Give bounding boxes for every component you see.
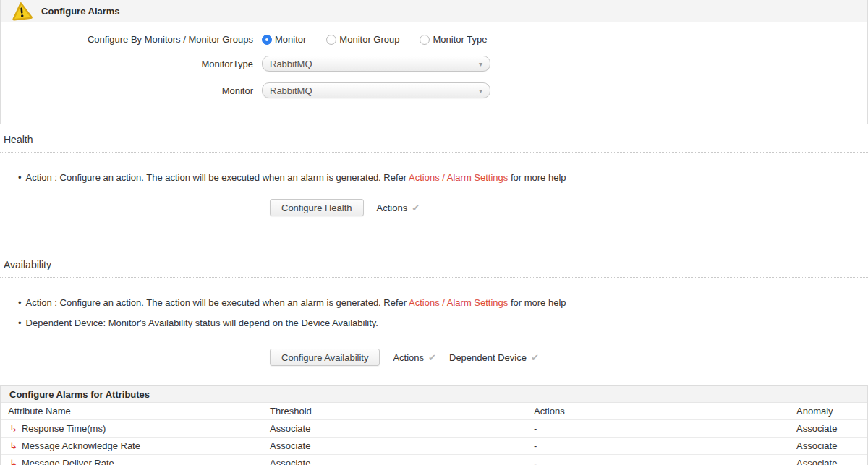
attribute-name-cell: ↳ Message Acknowledge Rate <box>1 440 263 451</box>
radio-monitor-group-label: Monitor Group <box>339 34 399 45</box>
availability-bullet1-prefix: Action : Configure an action. The action… <box>26 297 409 308</box>
attribute-name: Message Deliver Rate <box>22 458 114 465</box>
monitor-type-row: MonitorType RabbitMQ ▾ <box>1 56 867 72</box>
configure-by-radio-group: Monitor Monitor Group Monitor Type <box>262 34 507 45</box>
health-actions-label: Actions <box>377 202 408 213</box>
health-bullet-suffix: for more help <box>508 172 566 183</box>
actions-alarm-settings-link[interactable]: Actions / Alarm Settings <box>409 172 508 183</box>
availability-action-row: Configure Availability Actions ✔ Depende… <box>270 349 868 366</box>
panel-title-bar: Configure Alarms <box>1 0 867 22</box>
threshold-associate-link[interactable]: Associate <box>263 440 527 451</box>
dependent-device-status: Dependent Device ✔ <box>449 352 539 363</box>
check-icon: ✔ <box>412 202 420 213</box>
health-actions-status: Actions ✔ <box>377 202 420 213</box>
radio-monitor-group-circle[interactable] <box>326 35 336 45</box>
configure-availability-button[interactable]: Configure Availability <box>270 349 380 366</box>
attributes-table: Configure Alarms for Attributes Attribut… <box>0 385 868 465</box>
availability-actions-label: Actions <box>393 352 424 363</box>
monitor-type-label: MonitorType <box>1 59 262 69</box>
bullet-icon: • <box>18 297 22 308</box>
actions-value: - <box>527 440 789 451</box>
attribute-name-cell: ↳ Response Time(ms) <box>1 423 263 434</box>
chevron-down-icon: ▾ <box>479 60 482 68</box>
radio-monitor-label: Monitor <box>275 34 306 45</box>
warning-icon <box>10 1 34 22</box>
bullet-icon: • <box>18 172 22 183</box>
actions-alarm-settings-link[interactable]: Actions / Alarm Settings <box>409 297 508 308</box>
actions-value: - <box>527 423 789 434</box>
monitor-select[interactable]: RabbitMQ ▾ <box>262 82 490 98</box>
health-action-row: Configure Health Actions ✔ <box>270 199 868 216</box>
dependent-device-label: Dependent Device <box>449 352 527 363</box>
anomaly-associate-link[interactable]: Associate <box>789 458 867 465</box>
configure-health-button[interactable]: Configure Health <box>270 199 364 216</box>
col-attribute-name: Attribute Name <box>1 406 263 417</box>
attribute-name-cell: ↳ Message Deliver Rate <box>1 458 263 465</box>
table-row: ↳ Message Deliver Rate Associate - Assoc… <box>1 455 867 465</box>
availability-action-bullet: •Action : Configure an action. The actio… <box>0 297 868 308</box>
configure-by-label: Configure By Monitors / Monitor Groups <box>1 34 262 45</box>
availability-heading: Availability <box>0 249 868 278</box>
availability-dependent-bullet: •Dependent Device: Monitor's Availabilit… <box>0 317 868 328</box>
attribute-name: Response Time(ms) <box>22 423 106 434</box>
health-action-bullet: •Action : Configure an action. The actio… <box>0 172 868 183</box>
attributes-table-title: Configure Alarms for Attributes <box>9 389 150 400</box>
branch-arrow-icon: ↳ <box>9 458 17 465</box>
availability-actions-status: Actions ✔ <box>393 352 436 363</box>
configure-form: Configure By Monitors / Monitor Groups M… <box>1 22 867 124</box>
radio-monitor-type-label: Monitor Type <box>433 34 487 45</box>
page-title: Configure Alarms <box>41 6 120 17</box>
branch-arrow-icon: ↳ <box>9 423 17 434</box>
check-icon: ✔ <box>428 352 436 363</box>
availability-bullet2-text: Dependent Device: Monitor's Availability… <box>26 317 378 328</box>
attribute-name: Message Acknowledge Rate <box>22 440 140 451</box>
col-threshold: Threshold <box>263 406 527 417</box>
monitor-type-value: RabbitMQ <box>270 59 312 69</box>
health-bullet-prefix: Action : Configure an action. The action… <box>26 172 409 183</box>
monitor-label: Monitor <box>1 85 262 96</box>
availability-section: Availability •Action : Configure an acti… <box>0 249 868 366</box>
branch-arrow-icon: ↳ <box>9 440 17 451</box>
attributes-table-header-bar: Configure Alarms for Attributes <box>1 385 867 403</box>
radio-monitor-circle[interactable] <box>262 35 272 45</box>
health-section: Health •Action : Configure an action. Th… <box>0 124 868 216</box>
health-heading: Health <box>0 124 868 153</box>
check-icon: ✔ <box>531 352 539 363</box>
radio-monitor-group[interactable]: Monitor Group <box>326 34 399 45</box>
availability-bullet1-suffix: for more help <box>508 297 566 308</box>
threshold-associate-link[interactable]: Associate <box>263 423 527 434</box>
configure-by-row: Configure By Monitors / Monitor Groups M… <box>1 34 867 45</box>
radio-monitor-type-circle[interactable] <box>420 35 430 45</box>
table-row: ↳ Message Acknowledge Rate Associate - A… <box>1 438 867 455</box>
anomaly-associate-link[interactable]: Associate <box>789 440 867 451</box>
anomaly-associate-link[interactable]: Associate <box>789 423 867 434</box>
monitor-row: Monitor RabbitMQ ▾ <box>1 82 867 98</box>
col-actions: Actions <box>527 406 789 417</box>
radio-monitor-type[interactable]: Monitor Type <box>420 34 487 45</box>
bullet-icon: • <box>18 317 22 328</box>
chevron-down-icon: ▾ <box>479 87 482 95</box>
col-anomaly: Anomaly <box>789 406 867 417</box>
table-header-row: Attribute Name Threshold Actions Anomaly <box>1 403 867 420</box>
configure-alarms-panel: Configure Alarms Configure By Monitors /… <box>0 0 868 124</box>
monitor-type-select[interactable]: RabbitMQ ▾ <box>262 56 490 72</box>
threshold-associate-link[interactable]: Associate <box>263 458 527 465</box>
monitor-value: RabbitMQ <box>270 85 312 96</box>
table-row: ↳ Response Time(ms) Associate - Associat… <box>1 420 867 438</box>
actions-value: - <box>527 458 789 465</box>
radio-monitor[interactable]: Monitor <box>262 34 306 45</box>
